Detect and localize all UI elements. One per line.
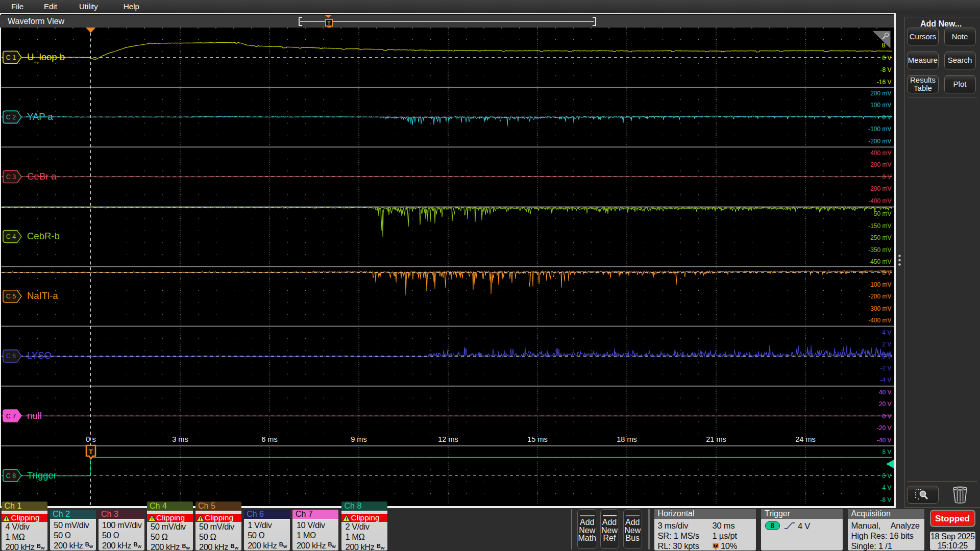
svg-text:-200 mV: -200 mV — [868, 138, 891, 145]
svg-text:-200 mV: -200 mV — [868, 185, 891, 192]
svg-text:C 2: C 2 — [6, 114, 16, 121]
svg-text:8 V: 8 V — [882, 448, 891, 456]
svg-text:21 ms: 21 ms — [706, 435, 726, 443]
svg-text:-50 mV: -50 mV — [872, 210, 892, 217]
svg-text:0 V: 0 V — [882, 114, 891, 121]
svg-text:-150 mV: -150 mV — [868, 222, 891, 230]
svg-text:C 8: C 8 — [6, 472, 16, 480]
svg-text:18 ms: 18 ms — [617, 435, 637, 443]
svg-text:200 mV: 200 mV — [870, 161, 891, 168]
svg-text:C 3: C 3 — [6, 173, 16, 181]
svg-text:-250 mV: -250 mV — [868, 234, 891, 241]
svg-text:C 6: C 6 — [6, 353, 16, 360]
svg-text:9 ms: 9 ms — [351, 435, 366, 443]
svg-text:0 V: 0 V — [882, 353, 891, 360]
svg-text:-4 V: -4 V — [880, 377, 891, 384]
svg-text:24 ms: 24 ms — [795, 435, 816, 443]
svg-text:0 V: 0 V — [882, 269, 891, 277]
svg-text:20 V: 20 V — [879, 400, 892, 408]
svg-text:YAP a: YAP a — [27, 111, 53, 122]
svg-text:-200 mV: -200 mV — [868, 293, 891, 300]
svg-text:-100 mV: -100 mV — [868, 126, 891, 133]
svg-text:40 V: 40 V — [879, 389, 892, 396]
svg-text:!: ! — [6, 516, 7, 521]
svg-text:-8 V: -8 V — [880, 66, 891, 73]
svg-text:CebR-b: CebR-b — [27, 231, 60, 241]
svg-text:-400 mV: -400 mV — [868, 317, 891, 324]
svg-text:T: T — [89, 448, 93, 456]
svg-text:-8 V: -8 V — [880, 496, 891, 504]
svg-text:C 5: C 5 — [6, 293, 16, 300]
svg-text:NaITl-a: NaITl-a — [27, 290, 58, 301]
svg-text:C 4: C 4 — [6, 233, 16, 240]
svg-text:0 V: 0 V — [882, 472, 891, 480]
svg-text:200 mV: 200 mV — [870, 90, 891, 97]
svg-text:C 1: C 1 — [6, 54, 16, 61]
svg-text:-40 V: -40 V — [877, 437, 892, 444]
svg-text:!: ! — [346, 516, 347, 521]
svg-text:null: null — [27, 410, 42, 421]
svg-text:Trigger: Trigger — [27, 470, 57, 481]
svg-text:8: 8 — [881, 41, 885, 49]
svg-text:12 ms: 12 ms — [438, 435, 458, 443]
svg-text:-450 mV: -450 mV — [868, 258, 891, 265]
svg-text:U_loop b: U_loop b — [27, 52, 65, 63]
svg-text:CeBr a: CeBr a — [27, 171, 57, 182]
svg-text:0 V: 0 V — [882, 55, 891, 62]
svg-text:100 mV: 100 mV — [870, 102, 891, 109]
svg-text:0 V: 0 V — [882, 173, 891, 181]
svg-text:-100 mV: -100 mV — [868, 281, 891, 288]
svg-text:4 V: 4 V — [882, 329, 891, 336]
svg-text:!: ! — [199, 516, 201, 521]
svg-text:2 V: 2 V — [882, 341, 891, 348]
svg-text:0 s: 0 s — [86, 435, 95, 443]
svg-text:3 ms: 3 ms — [172, 435, 188, 443]
svg-text:C 7: C 7 — [6, 413, 16, 420]
svg-text:!: ! — [151, 516, 152, 521]
svg-text:LYSO: LYSO — [27, 350, 52, 361]
svg-text:-20 V: -20 V — [877, 424, 892, 432]
svg-text:0 V: 0 V — [882, 413, 891, 420]
svg-text:-350 mV: -350 mV — [868, 246, 891, 254]
svg-text:6 ms: 6 ms — [261, 435, 277, 443]
svg-text:15 ms: 15 ms — [527, 435, 548, 443]
svg-text:-4 V: -4 V — [880, 484, 891, 491]
svg-text:-400 mV: -400 mV — [868, 197, 891, 205]
svg-text:-300 mV: -300 mV — [868, 305, 891, 312]
svg-text:400 mV: 400 mV — [870, 149, 891, 157]
svg-text:-2 V: -2 V — [880, 365, 891, 372]
svg-text:-16 V: -16 V — [877, 79, 892, 86]
